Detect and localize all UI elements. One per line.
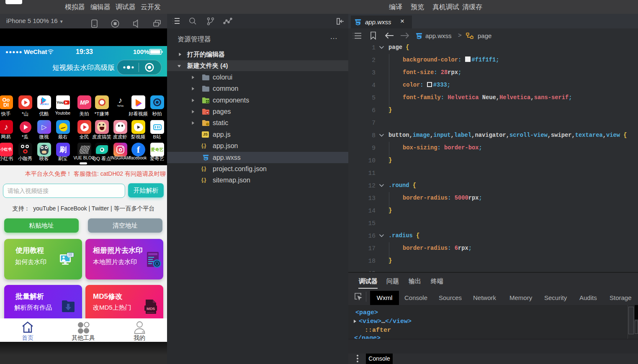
svg-text:MD5: MD5 [147,306,155,311]
